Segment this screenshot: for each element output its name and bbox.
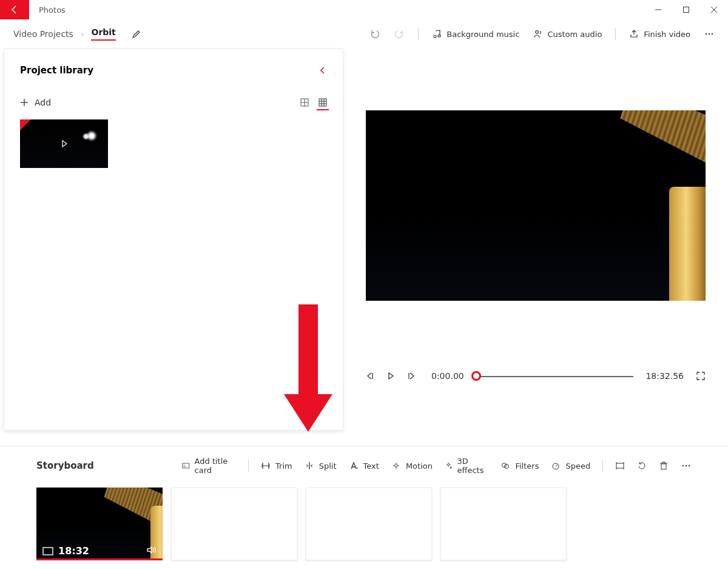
text-button[interactable]: Text [349,461,379,471]
resize-button[interactable] [615,461,625,471]
ellipsis-icon [681,460,692,471]
editor-body: Project library Add [0,49,728,446]
view-small-grid-button[interactable] [318,98,327,107]
project-library-panel: Project library Add [4,49,343,431]
grid3-icon [318,98,327,107]
card-icon [182,461,190,471]
duration-icon [42,547,53,555]
time-total: 18:32.56 [645,371,684,381]
export-icon [629,29,639,39]
play-icon [20,119,108,168]
motion-icon [391,461,401,471]
back-button[interactable] [0,0,29,19]
svg-point-7 [706,33,707,35]
separator [248,460,249,472]
preview-video[interactable] [366,110,706,301]
svg-rect-35 [616,463,624,468]
storyboard-slot-empty[interactable] [306,488,432,560]
text-icon [349,461,359,471]
separator [602,460,603,472]
storyboard-slot-empty[interactable] [171,488,297,560]
add-media-button[interactable]: Add [20,98,51,107]
collapse-library-button[interactable] [318,66,327,75]
separator [615,28,616,40]
plus-icon [20,98,29,107]
grid2-icon [300,98,309,107]
more-button[interactable] [704,29,715,39]
svg-rect-22 [183,463,189,468]
chevron-left-icon [318,66,327,75]
finish-video-button[interactable]: Finish video [629,29,690,39]
preview-controls: 0:00.00 18:32.56 [366,369,706,383]
project-library-title: Project library [20,65,93,76]
sparkle-icon [445,461,453,471]
delete-button[interactable] [659,461,669,471]
svg-rect-1 [684,7,689,13]
video-editor-window: Photos Video Projects › Orbit Background… [0,0,728,570]
svg-rect-44 [43,548,53,555]
custom-audio-label: Custom audio [547,30,602,39]
storyboard-slot-empty[interactable] [440,488,567,560]
storyboard-more-button[interactable] [681,460,692,471]
step-back-icon [366,372,374,380]
background-music-button[interactable]: Background music [432,29,519,39]
maximize-button[interactable] [672,0,700,19]
arrow-left-icon [10,5,19,15]
library-clip[interactable] [20,119,108,168]
fullscreen-button[interactable] [696,371,706,381]
ellipsis-icon [704,29,715,39]
volume-icon [146,545,157,555]
svg-point-30 [395,464,398,468]
svg-point-32 [505,464,509,469]
close-icon [710,6,718,13]
play-icon [386,372,395,380]
storyboard-panel: Storyboard Add title card Trim Split [0,446,728,570]
pencil-icon [132,29,141,39]
svg-point-4 [434,35,436,38]
rename-button[interactable] [132,29,141,39]
view-large-grid-button[interactable] [300,98,309,107]
seek-bar[interactable] [476,369,634,383]
person-audio-icon [533,29,542,39]
add-title-card-button[interactable]: Add title card [182,457,236,475]
redo-icon [394,29,405,39]
command-bar: Video Projects › Orbit Background music … [0,19,728,49]
speed-icon [551,461,561,471]
filters-button[interactable]: Filters [500,461,539,471]
clip-volume-button[interactable] [146,545,157,555]
svg-point-9 [712,33,713,35]
svg-point-43 [689,465,690,466]
next-frame-button[interactable] [407,372,416,380]
3d-effects-button[interactable]: 3D effects [445,457,489,475]
time-current: 0:00.00 [431,371,464,381]
clip-duration: 18:32 [58,545,89,557]
rotate-icon [637,461,647,471]
seek-thumb[interactable] [471,371,481,381]
separator [418,28,419,40]
add-media-label: Add [35,98,51,107]
svg-point-31 [502,463,507,468]
breadcrumb: Video Projects › Orbit [13,27,141,41]
play-button[interactable] [386,372,395,380]
finish-video-label: Finish video [644,30,690,39]
prev-frame-button[interactable] [366,372,374,380]
storyboard-clips: 18:32 [36,488,692,560]
redo-button[interactable] [394,29,405,39]
close-button[interactable] [700,0,728,19]
breadcrumb-current: Orbit [91,27,115,41]
motion-button[interactable]: Motion [391,461,433,471]
split-button[interactable]: Split [305,461,337,471]
rotate-button[interactable] [637,461,647,471]
custom-audio-button[interactable]: Custom audio [533,29,602,39]
storyboard-clip[interactable]: 18:32 [36,488,163,560]
trash-icon [659,461,669,471]
breadcrumb-parent[interactable]: Video Projects [13,29,73,39]
undo-button[interactable] [369,29,380,39]
storyboard-title: Storyboard [36,460,182,471]
speed-button[interactable]: Speed [551,461,590,471]
trim-button[interactable]: Trim [261,461,292,471]
app-title: Photos [29,5,75,15]
minimize-button[interactable] [644,0,672,19]
aspect-icon [615,461,625,471]
svg-point-8 [709,33,710,35]
